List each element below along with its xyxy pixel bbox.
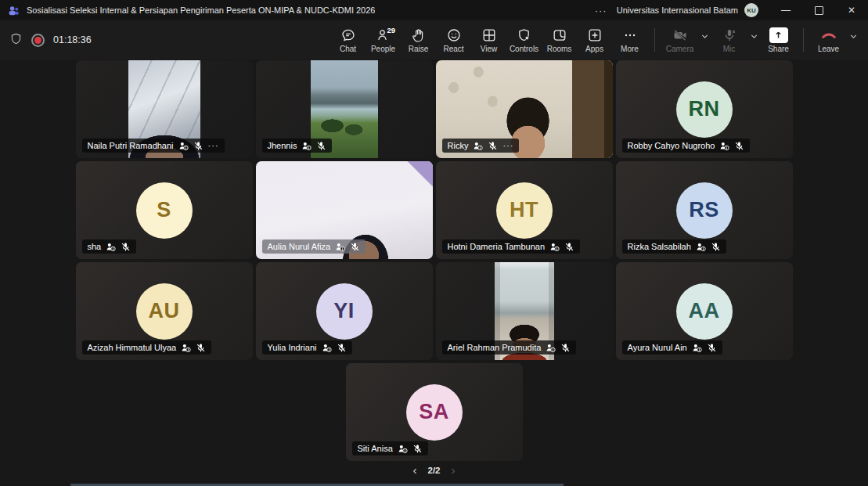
participant-name: Siti Anisa (358, 444, 393, 453)
share-label: Share (768, 45, 789, 53)
page-previous-button[interactable]: ‹ (413, 464, 417, 476)
page-next-button[interactable]: › (452, 464, 456, 476)
maximize-button[interactable] (802, 0, 835, 20)
shield-icon (9, 32, 23, 49)
participant-tile[interactable]: AAAyura Nurul Ain (616, 262, 793, 360)
toolbar-button-chat[interactable]: Chat (330, 25, 366, 56)
avatar-initials: RN (676, 81, 733, 138)
mic-muted-icon (560, 343, 571, 353)
participant-name: Ricky (448, 141, 469, 150)
participant-name: Aulia Nurul Afiza (268, 242, 331, 251)
close-button[interactable]: ✕ (835, 0, 868, 20)
participant-badge-icon (719, 141, 729, 151)
toolbar-button-react[interactable]: React (436, 25, 471, 56)
participant-row: Naila Putri Ramadhani···JhennisRicky···R… (0, 60, 868, 158)
participant-name-label: Ricky··· (442, 139, 520, 153)
leave-button[interactable]: Leave (811, 25, 846, 56)
mic-off-icon (722, 27, 737, 43)
participant-grid: Naila Putri Ramadhani···JhennisRicky···R… (0, 60, 868, 461)
meeting-timer: 01:18:36 (53, 34, 92, 45)
window-title: Sosialisasi Seleksi Internal & Persiapan… (27, 5, 375, 15)
participant-tile[interactable]: AUAzizah Himmatul Ulyaa (76, 262, 253, 360)
mic-muted-icon (707, 343, 717, 353)
meeting-stage: Naila Putri Ramadhani···JhennisRicky···R… (0, 59, 868, 486)
participant-name-label: Naila Putri Ramadhani··· (82, 139, 225, 153)
toolbar-button-controls[interactable]: Controls (506, 25, 542, 56)
avatar-initials: S (136, 182, 193, 239)
more-icon (622, 27, 638, 43)
toolbar-button-rooms[interactable]: Rooms (542, 25, 577, 56)
participant-tile[interactable]: Aulia Nurul Afiza (256, 161, 433, 259)
participant-name: Azizah Himmatul Ulyaa (88, 343, 177, 352)
mic-button[interactable]: Mic (711, 25, 747, 56)
participant-tile[interactable]: YIYulia Indriani (256, 262, 433, 360)
toolbar-button-label: View (481, 45, 498, 53)
participant-name-label: Aulia Nurul Afiza (262, 239, 366, 254)
camera-off-icon (672, 27, 688, 43)
toolbar-button-label: People (371, 45, 395, 53)
toolbar-button-label: Chat (340, 45, 356, 53)
participant-name: sha (88, 242, 102, 251)
titlebar-more-button[interactable]: ··· (585, 5, 617, 16)
mic-muted-icon (316, 141, 326, 151)
participant-row: AUAzizah Himmatul UlyaaYIYulia IndrianiA… (0, 262, 868, 360)
tile-more-options-icon[interactable]: ··· (502, 141, 513, 150)
controls-icon (517, 27, 532, 43)
participant-tile[interactable]: HTHotni Dameria Tambunan (436, 161, 613, 259)
toolbar-button-label: React (443, 45, 463, 53)
react-icon (446, 27, 462, 43)
participant-name-label: Robby Cahyo Nugroho (622, 139, 751, 153)
toolbar-button-label: Raise (409, 45, 429, 53)
participant-badge-icon (335, 242, 345, 252)
participant-name-label: Rizka Salsabilah (622, 239, 726, 254)
participant-name-label: Yulia Indriani (262, 340, 352, 355)
toolbar-button-label: Rooms (547, 45, 572, 53)
toolbar-button-people[interactable]: 29People (366, 25, 401, 56)
toolbar-buttons: Chat29PeopleRaiseReactViewControlsRoomsA… (330, 25, 860, 56)
toolbar-button-label: Apps (585, 45, 603, 53)
leave-chevron-down-icon[interactable] (846, 31, 860, 41)
toolbar-button-label: Controls (510, 45, 538, 53)
toolbar-button-apps[interactable]: Apps (577, 25, 612, 56)
participant-tile[interactable]: RNRobby Cahyo Nugroho (616, 60, 793, 158)
mic-muted-icon (564, 242, 574, 252)
meeting-toolbar: 01:18:36 Chat29PeopleRaiseReactViewContr… (0, 20, 868, 59)
participant-badge-icon (106, 242, 116, 252)
toolbar-button-view[interactable]: View (471, 25, 506, 56)
participant-tile[interactable]: Ariel Rahman Pramudita (436, 262, 613, 360)
tile-more-options-icon[interactable]: ··· (208, 141, 219, 150)
account-avatar[interactable]: KU (744, 3, 758, 17)
participant-name-label: Jhennis (262, 139, 333, 153)
participant-tile[interactable]: RSRizka Salsabilah (616, 161, 793, 259)
participant-tile[interactable]: Ricky··· (436, 60, 613, 158)
mic-muted-icon (350, 242, 360, 252)
avatar-initials: HT (496, 182, 553, 239)
mic-muted-icon (337, 343, 347, 353)
participant-name-label: Hotni Dameria Tambunan (442, 239, 581, 254)
camera-button[interactable]: Camera (662, 25, 697, 56)
participant-tile[interactable]: Jhennis (256, 60, 433, 158)
share-button[interactable]: Share (761, 25, 796, 56)
mic-muted-icon (488, 141, 498, 151)
participant-name-label: sha (82, 239, 137, 254)
mic-muted-icon (412, 444, 423, 454)
participant-badge-icon (696, 242, 706, 252)
participant-badge-icon (549, 242, 560, 252)
leave-label: Leave (818, 45, 839, 53)
camera-chevron-down-icon[interactable] (697, 31, 711, 41)
participant-tile[interactable]: Ssha (76, 161, 253, 259)
rooms-icon (552, 27, 567, 43)
camera-label: Camera (666, 45, 694, 53)
mic-chevron-down-icon[interactable] (747, 31, 761, 41)
toolbar-divider (654, 28, 655, 52)
toolbar-button-raise[interactable]: Raise (401, 25, 436, 56)
participant-tile[interactable]: SASiti Anisa (346, 363, 523, 461)
toolbar-button-more[interactable]: More (612, 25, 647, 56)
participant-name-label: Azizah Himmatul Ulyaa (82, 340, 212, 355)
account-name: Universitas Internasional Batam (617, 5, 738, 15)
participant-tile[interactable]: Naila Putri Ramadhani··· (76, 60, 253, 158)
minimize-button[interactable]: — (769, 0, 802, 20)
toolbar-button-label: More (621, 45, 639, 53)
mic-label: Mic (723, 45, 736, 53)
participant-badge-icon (398, 444, 408, 454)
